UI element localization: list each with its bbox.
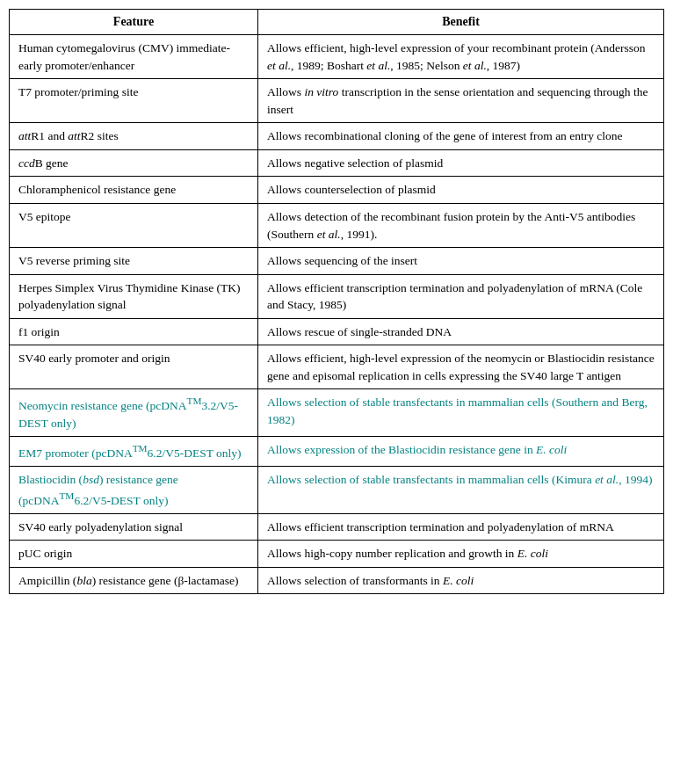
table-row: V5 epitope Allows detection of the recom… (10, 203, 664, 247)
table-row: Human cytomegalovirus (CMV) immediate-ea… (10, 35, 664, 79)
benefit-cell: Allows sequencing of the insert (258, 248, 664, 275)
benefit-cell: Allows high-copy number replication and … (258, 541, 664, 568)
feature-cell: SV40 early promoter and origin (10, 345, 258, 389)
benefit-cell: Allows efficient, high-level expression … (258, 345, 664, 389)
features-table: Feature Benefit Human cytomegalovirus (C… (9, 9, 664, 594)
benefit-cell: Allows negative selection of plasmid (258, 149, 664, 177)
benefit-cell: Allows efficient transcription terminati… (258, 274, 664, 318)
benefit-cell: Allows efficient, high-level expression … (258, 35, 664, 79)
feature-cell: SV40 early polyadenylation signal (10, 513, 258, 541)
benefit-cell: Allows detection of the recombinant fusi… (258, 203, 664, 247)
benefit-cell: Allows expression of the Blastiocidin re… (258, 437, 664, 467)
feature-cell: Herpes Simplex Virus Thymidine Kinase (T… (10, 274, 258, 318)
benefit-header: Benefit (258, 10, 664, 35)
feature-cell: ccdB gene (10, 149, 258, 177)
feature-cell: Human cytomegalovirus (CMV) immediate-ea… (10, 35, 258, 79)
feature-cell: pUC origin (10, 541, 258, 568)
feature-cell: Blastiocidin (bsd) resistance gene (pcDN… (10, 467, 258, 514)
feature-cell: f1 origin (10, 318, 258, 345)
feature-cell: T7 promoter/priming site (10, 79, 258, 123)
table-row: Ampicillin (bla) resistance gene (β-lact… (10, 567, 664, 594)
table-row: Blastiocidin (bsd) resistance gene (pcDN… (10, 467, 664, 514)
table-row: SV40 early polyadenylation signal Allows… (10, 513, 664, 541)
feature-cell: EM7 promoter (pcDNATM6.2/V5-DEST only) (10, 437, 258, 467)
table-row: Herpes Simplex Virus Thymidine Kinase (T… (10, 274, 664, 318)
feature-cell: V5 epitope (10, 203, 258, 247)
feature-cell: V5 reverse priming site (10, 248, 258, 275)
feature-cell: attR1 and attR2 sites (10, 123, 258, 150)
benefit-cell: Allows efficient transcription terminati… (258, 513, 664, 541)
feature-cell: Neomycin resistance gene (pcDNATM3.2/V5-… (10, 389, 258, 437)
feature-cell: Chloramphenicol resistance gene (10, 177, 258, 204)
benefit-cell: Allows in vitro transcription in the sen… (258, 79, 664, 123)
benefit-cell: Allows selection of stable transfectants… (258, 467, 664, 514)
feature-cell: Ampicillin (bla) resistance gene (β-lact… (10, 567, 258, 594)
benefit-cell: Allows recombinational cloning of the ge… (258, 123, 664, 150)
table-row: Neomycin resistance gene (pcDNATM3.2/V5-… (10, 389, 664, 437)
table-row: ccdB gene Allows negative selection of p… (10, 149, 664, 177)
table-row: Chloramphenicol resistance gene Allows c… (10, 177, 664, 204)
table-row: SV40 early promoter and origin Allows ef… (10, 345, 664, 389)
table-row: f1 origin Allows rescue of single-strand… (10, 318, 664, 345)
benefit-cell: Allows selection of stable transfectants… (258, 389, 664, 437)
benefit-cell: Allows selection of transformants in E. … (258, 567, 664, 594)
table-row: attR1 and attR2 sites Allows recombinati… (10, 123, 664, 150)
benefit-cell: Allows rescue of single-stranded DNA (258, 318, 664, 345)
table-row: T7 promoter/priming site Allows in vitro… (10, 79, 664, 123)
feature-header: Feature (10, 10, 258, 35)
benefit-cell: Allows counterselection of plasmid (258, 177, 664, 204)
table-row: V5 reverse priming site Allows sequencin… (10, 248, 664, 275)
table-row: EM7 promoter (pcDNATM6.2/V5-DEST only) A… (10, 437, 664, 467)
table-row: pUC origin Allows high-copy number repli… (10, 541, 664, 568)
